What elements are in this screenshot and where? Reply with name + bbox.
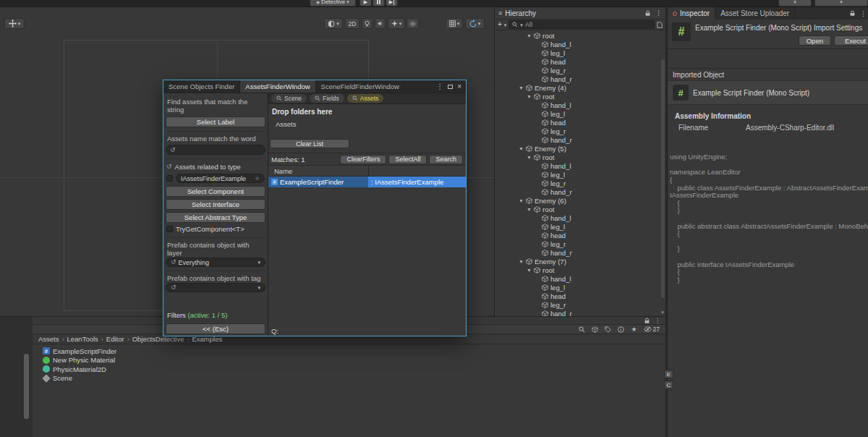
always-refresh-dropdown[interactable]: ▾: [465, 18, 485, 29]
breadcrumb-item[interactable]: Editor: [106, 335, 124, 343]
finder-tab[interactable]: Scene Objects Finder: [163, 80, 240, 93]
hierarchy-row[interactable]: ▼ leg_r: [495, 127, 665, 135]
scene-audio-toggle[interactable]: [375, 18, 386, 29]
hierarchy-row[interactable]: ▼ leg_r: [495, 66, 665, 75]
hierarchy-row[interactable]: ▼ Enemy (4): [495, 83, 665, 92]
effects-dropdown[interactable]: ▾: [388, 18, 405, 29]
type-object-field[interactable]: IAssetsFinderExample: [176, 174, 265, 183]
play-button[interactable]: ▶: [359, 0, 372, 7]
hierarchy-row[interactable]: ▼ leg_l: [495, 283, 665, 292]
hierarchy-row[interactable]: ▼ head: [495, 231, 665, 239]
hierarchy-row[interactable]: ▼ head: [495, 118, 665, 127]
tag-dropdown[interactable]: ↺ ▾: [166, 283, 265, 292]
hierarchy-row[interactable]: ▼ hand_r: [495, 187, 665, 196]
hierarchy-row[interactable]: ▼ leg_l: [495, 170, 665, 179]
lock-icon[interactable]: [644, 10, 651, 17]
select-label-button[interactable]: Select Label: [166, 116, 265, 127]
info-icon[interactable]: [618, 326, 624, 333]
clear-filters-button[interactable]: ClearFilters: [340, 155, 386, 164]
column-divider[interactable]: [368, 166, 369, 176]
expand-triangle-icon[interactable]: ▼: [527, 268, 534, 273]
hierarchy-row[interactable]: ▼ root: [495, 31, 665, 40]
tab-asset-store-uploader[interactable]: Asset Store Uploader: [715, 7, 795, 20]
related-type-row[interactable]: ↺ Assets related to type: [166, 161, 265, 171]
hierarchy-row[interactable]: ▼ hand_r: [495, 75, 665, 83]
expand-triangle-icon[interactable]: ▼: [519, 146, 526, 151]
scene-visibility-toggle[interactable]: [407, 18, 419, 29]
hidden-objects-count[interactable]: 27: [644, 326, 660, 333]
expand-triangle-icon[interactable]: ▼: [527, 207, 534, 212]
object-picker-icon[interactable]: [255, 176, 260, 181]
select-all-button[interactable]: SelectAll: [388, 155, 427, 164]
finder-tab[interactable]: AssetsFinderWindow: [240, 80, 315, 93]
lock-icon[interactable]: [849, 10, 856, 17]
layer-dropdown[interactable]: ↺ Everything ▾: [166, 258, 265, 267]
finder-tab[interactable]: SceneFieldFinderWindow: [316, 80, 405, 93]
hierarchy-row[interactable]: ▼ root: [495, 266, 665, 274]
expand-triangle-icon[interactable]: ▼: [527, 33, 534, 38]
pause-button[interactable]: [373, 0, 385, 7]
hierarchy-row[interactable]: ▼ hand_l: [495, 274, 665, 283]
scene-lighting-toggle[interactable]: [362, 18, 373, 29]
hierarchy-row[interactable]: ▼ Enemy (6): [495, 196, 665, 205]
hierarchy-scrollbar[interactable]: [661, 59, 665, 298]
hierarchy-row[interactable]: ▼ leg_l: [495, 48, 665, 57]
menu-icon[interactable]: ⋮: [655, 9, 662, 17]
hierarchy-row[interactable]: ▼ hand_r: [495, 309, 665, 316]
select-interface-button[interactable]: Select Interface: [166, 199, 265, 210]
hierarchy-row[interactable]: ▼ head: [495, 292, 665, 300]
result-row[interactable]: ExampleScriptFinder : IAssetsFinderExamp…: [268, 177, 466, 187]
create-button[interactable]: +: [498, 21, 502, 28]
type-checkbox[interactable]: [166, 175, 173, 182]
hierarchy-row[interactable]: ▼ hand_l: [495, 101, 665, 109]
search-icon[interactable]: [579, 326, 585, 333]
hierarchy-row[interactable]: ▼ hand_l: [495, 213, 665, 222]
expand-triangle-icon[interactable]: ▼: [519, 85, 526, 90]
hierarchy-row[interactable]: ▼ leg_r: [495, 300, 665, 309]
hierarchy-row[interactable]: ▼ root: [495, 205, 665, 213]
hierarchy-row[interactable]: ▼ leg_l: [495, 109, 665, 118]
hierarchy-row[interactable]: ▼ leg_r: [495, 239, 665, 248]
step-button[interactable]: ▶: [386, 0, 398, 7]
dock-badge-c[interactable]: C: [664, 381, 673, 389]
shading-mode-dropdown[interactable]: ▾: [324, 18, 343, 29]
chevron-down-icon[interactable]: ▾: [504, 22, 507, 27]
name-column-header[interactable]: Name: [268, 167, 292, 175]
expand-triangle-icon[interactable]: ▼: [527, 155, 534, 160]
hierarchy-row[interactable]: ▼ head: [495, 57, 665, 66]
clear-list-button[interactable]: Clear List: [270, 139, 349, 148]
project-file-row[interactable]: ExampleScriptFinder: [33, 347, 665, 356]
dock-badge-e[interactable]: E: [664, 370, 673, 378]
escape-button[interactable]: << (Esc): [166, 323, 265, 334]
select-abstract-type-button[interactable]: Select Abstract Type: [166, 212, 265, 223]
asset-bundle-icon[interactable]: [592, 326, 598, 333]
search-scope-button[interactable]: Scene: [271, 94, 307, 103]
layers-dropdown[interactable]: ▾: [778, 0, 812, 7]
2d-view-toggle[interactable]: 2D: [345, 18, 359, 29]
hierarchy-row[interactable]: ▼ hand_l: [495, 161, 665, 170]
hierarchy-row[interactable]: ▼ root: [495, 153, 665, 161]
label-icon[interactable]: [605, 326, 611, 333]
project-file-row[interactable]: Scene: [33, 374, 665, 383]
open-button[interactable]: Open: [799, 35, 831, 46]
maximize-icon[interactable]: [448, 85, 453, 89]
name-match-input[interactable]: ↺: [166, 145, 265, 155]
try-get-component-checkbox[interactable]: [166, 226, 173, 232]
project-file-row[interactable]: New Physic Material: [33, 356, 665, 365]
menu-icon[interactable]: ⋮: [436, 83, 443, 90]
scene-options-icon[interactable]: [657, 22, 663, 28]
hierarchy-row[interactable]: ▼ hand_r: [495, 135, 665, 144]
hierarchy-row[interactable]: ▼ leg_l: [495, 222, 665, 231]
search-scope-button[interactable]: Fields: [310, 94, 344, 103]
expand-triangle-icon[interactable]: ▼: [519, 259, 526, 264]
breadcrumb-item[interactable]: LeanTools: [67, 335, 98, 343]
detective-menu-button[interactable]: ◆ Detective ▾: [310, 0, 356, 7]
hierarchy-row[interactable]: ▼ leg_r: [495, 179, 665, 187]
hierarchy-row[interactable]: ▼ Enemy (7): [495, 257, 665, 266]
menu-icon[interactable]: ⋮: [860, 10, 867, 17]
search-button[interactable]: Search: [429, 155, 463, 164]
breadcrumb-item[interactable]: Assets: [38, 335, 59, 343]
execute-button[interactable]: Execut: [834, 35, 868, 46]
favorites-star-icon[interactable]: ★: [631, 326, 637, 333]
hierarchy-row[interactable]: ▼ hand_l: [495, 40, 665, 48]
